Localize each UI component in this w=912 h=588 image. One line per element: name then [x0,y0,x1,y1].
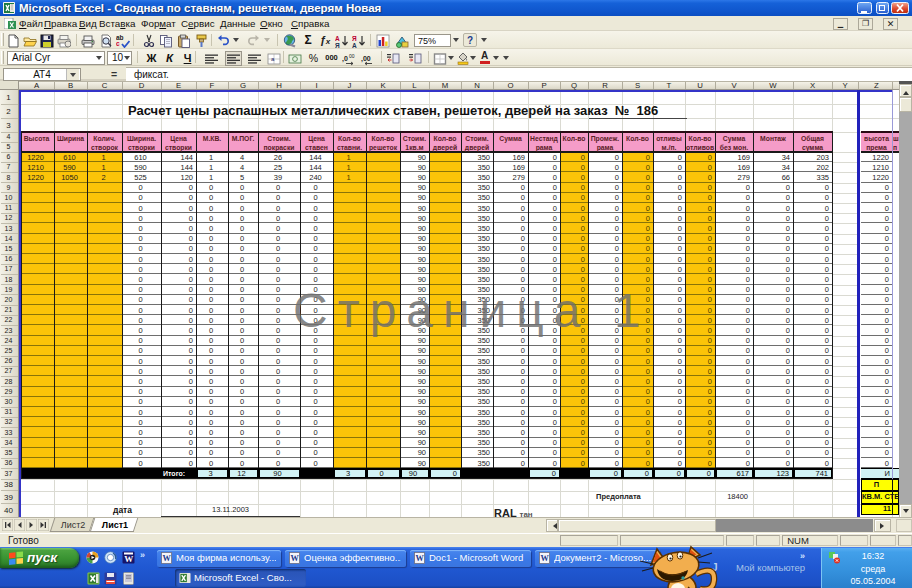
svg-text:А: А [352,41,357,48]
svg-text:,00: ,00 [361,55,371,63]
svg-text:W: W [124,554,133,564]
svg-text:00: 00 [349,53,355,59]
svg-text:W: W [290,554,299,563]
svg-text:W: W [415,554,424,563]
svg-text:W: W [540,554,549,563]
svg-text:,0: ,0 [342,55,348,63]
svg-text:Я: Я [352,34,357,41]
svg-text:Я: Я [335,41,340,48]
svg-text:W: W [162,554,171,563]
svg-text:c: c [116,40,120,47]
svg-text:А: А [335,34,340,41]
